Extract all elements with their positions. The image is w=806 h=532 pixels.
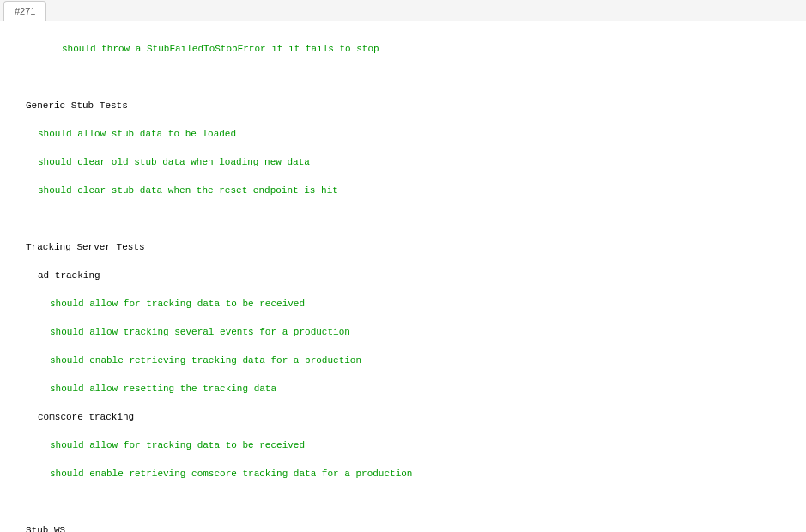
test-result: should clear old stub data when loading …: [26, 155, 780, 170]
test-result: should throw a StubFailedToStopError if …: [26, 42, 780, 57]
test-result: should enable retrieving tracking data f…: [26, 354, 780, 368]
section-title: Generic Stub Tests: [26, 99, 780, 113]
test-result: should enable retrieving comscore tracki…: [26, 467, 780, 481]
tab-build[interactable]: #271: [3, 1, 46, 21]
section-title: Stub WS: [26, 523, 780, 532]
test-result: should clear stub data when the reset en…: [26, 184, 780, 198]
test-result: should allow resetting the tracking data: [26, 382, 780, 396]
subsection-title: comscore tracking: [26, 410, 780, 425]
section-title: Tracking Server Tests: [26, 240, 780, 255]
tab-bar: #271: [0, 0, 806, 21]
test-result: should allow tracking several events for…: [26, 325, 780, 340]
test-result: should allow stub data to be loaded: [26, 127, 780, 142]
test-result: should allow for tracking data to be rec…: [26, 297, 780, 311]
subsection-title: ad tracking: [26, 269, 780, 283]
test-result: should allow for tracking data to be rec…: [26, 438, 780, 453]
console-output: should throw a StubFailedToStopError if …: [0, 21, 806, 533]
